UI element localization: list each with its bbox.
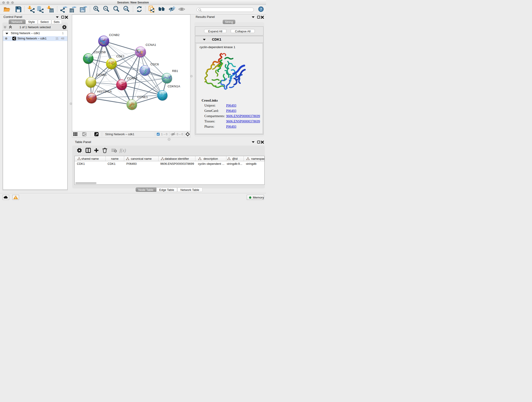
svg-text:RB1: RB1	[172, 69, 178, 73]
svg-text:0 – 0: 0 – 0	[177, 133, 183, 136]
svg-text:CCNA1: CCNA1	[146, 43, 156, 46]
svg-text:CDC6: CDC6	[151, 63, 159, 66]
svg-text:CCNB2: CCNB2	[109, 33, 120, 37]
svg-text:1 – 0: 1 – 0	[161, 133, 167, 136]
svg-text:CDK1: CDK1	[116, 55, 125, 58]
svg-text:String Network – cdk1: String Network – cdk1	[105, 133, 134, 136]
svg-text:CDC25B: CDC25B	[94, 51, 106, 54]
svg-text:?: ?	[260, 7, 262, 11]
svg-text:CCNE1: CCNE1	[138, 95, 148, 99]
svg-text:CCNB1: CCNB1	[96, 73, 107, 77]
svg-text:f(x): f(x)	[120, 148, 126, 153]
svg-text:CCNA2: CCNA2	[127, 77, 138, 80]
svg-text:CDKN1A: CDKN1A	[168, 85, 180, 88]
svg-text:HIST1H1A: HIST1H1A	[97, 90, 112, 93]
